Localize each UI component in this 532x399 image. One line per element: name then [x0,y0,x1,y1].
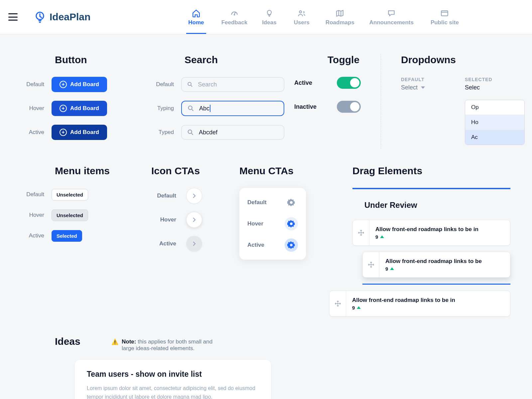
chevron-button-active[interactable] [186,236,202,252]
svg-point-6 [188,130,192,134]
drag-elements-heading: Drag Elements [352,165,510,177]
chevron-button-hover[interactable] [186,212,202,228]
dropdowns-section: Dropdowns DEFAULT Select SELECTED Selec … [381,54,525,149]
search-heading: Search [185,54,284,66]
drag-handle-icon[interactable] [353,220,369,245]
button-section: Button Default +Add Board Hover +Add Boa… [22,54,151,149]
drag-card[interactable]: Allow front-end roadmap links to be in 9 [352,220,510,246]
window-icon [440,8,449,19]
brand-name: IdeaPlan [50,11,90,23]
search-section: Search Default Typing Abc Typed Abcdef [151,54,284,149]
idea-card[interactable]: Team users - show on invite list Lorem i… [75,360,271,399]
app-header: IdeaPlan Home Feedback Ideas Users Roadm… [0,0,532,34]
dropdown-options: Op Ho Ac [465,100,525,145]
gear-icon [287,220,295,228]
search-input-typing[interactable]: Abc [181,101,284,116]
dropdown-caption-selected: SELECTED [465,77,525,82]
nav-publicsite[interactable]: Public site [421,0,468,34]
dropdown-caption-default: DEFAULT [401,77,425,82]
svg-point-5 [189,106,192,110]
svg-point-2 [300,11,302,13]
brand-logo[interactable]: IdeaPlan [34,11,90,23]
nav-ideas[interactable]: Ideas [253,0,285,34]
gear-icon [287,241,295,249]
drag-handle-icon[interactable] [363,252,379,277]
state-label-typing: Typing [151,105,181,112]
svg-rect-3 [442,11,448,16]
svg-point-4 [188,82,191,86]
drag-card-dragging[interactable]: Allow front-end roadmap links to be 9 [362,252,510,278]
upvote-icon [380,235,384,238]
dropdown-option[interactable]: Op [465,100,524,115]
warning-icon: ⚠️ [111,338,118,352]
upvote-icon [357,306,361,309]
drag-column-title: Under Review [352,200,510,210]
nav-announcements[interactable]: Announcements [361,0,421,34]
nav-home[interactable]: Home [177,0,215,34]
menu-cta-card: Default Hover Active [239,188,306,260]
gear-button-hover[interactable] [285,217,298,230]
plus-icon: + [60,81,67,88]
lightbulb-icon [34,11,46,23]
idea-card-title: Team users - show on invite list [87,370,259,379]
drag-elements-section: Drag Elements Under Review Allow front-e… [352,165,510,323]
dropdown-option-hover[interactable]: Ho [465,115,524,130]
menu-ctas-heading: Menu CTAs [239,165,352,177]
toggle-active-label: Active [294,79,312,86]
drag-card[interactable]: Allow front-end roadmap links to be in 9 [329,291,510,317]
gauge-icon [230,8,239,19]
state-label-default: Default [22,81,52,88]
chevron-right-icon [191,217,197,223]
chevron-right-icon [191,241,197,247]
map-icon [335,8,344,19]
state-label-active: Active [22,129,52,136]
search-input-default[interactable] [181,77,284,92]
add-board-button-hover[interactable]: +Add Board [52,101,107,116]
nav-feedback[interactable]: Feedback [215,0,253,34]
plus-icon: + [60,129,67,136]
menu-items-section: Menu items Default Unselected Hover Unse… [22,165,151,323]
menu-chip-active[interactable]: Selected [52,230,82,242]
idea-card-body: Lorem ipsum dolor sit amet, consectetur … [87,384,259,399]
nav-users[interactable]: Users [285,0,318,34]
ideas-heading: Ideas [55,336,111,347]
search-input-typed[interactable]: Abcdef [181,125,284,140]
toggle-inactive-label: Inactive [294,103,317,110]
menu-items-heading: Menu items [55,165,151,177]
add-board-button-active[interactable]: +Add Board [52,125,107,140]
chevron-button-default[interactable] [186,188,202,204]
toggle-off[interactable] [337,101,361,113]
menu-icon[interactable] [8,13,18,21]
drop-indicator [362,284,510,285]
toggle-on[interactable] [337,77,361,89]
state-label-hover: Hover [22,105,52,112]
drag-handle-icon[interactable] [330,291,346,316]
dropdown-option-active[interactable]: Ac [465,130,524,145]
chevron-right-icon [191,193,197,199]
button-heading: Button [55,54,151,66]
menu-chip-hover[interactable]: Unselected [52,209,88,221]
dropdowns-heading: Dropdowns [401,54,525,66]
chevron-down-icon [421,86,425,89]
search-field[interactable] [198,81,279,88]
state-label-typed: Typed [151,129,181,136]
home-icon [192,8,200,19]
add-board-button[interactable]: +Add Board [52,77,107,92]
text-cursor [210,105,210,112]
menu-chip-default[interactable]: Unselected [52,189,88,200]
icon-ctas-heading: Icon CTAs [151,165,239,177]
state-label-default: Default [151,81,181,88]
chat-icon [387,8,396,19]
toggle-section: Toggle Active Inactive [284,54,394,149]
icon-ctas-section: Icon CTAs Default Hover Active [151,165,239,323]
gear-icon [287,199,295,206]
gear-button-active[interactable] [285,238,298,252]
search-icon [187,81,193,88]
dropdown-selected[interactable]: Selec [465,84,525,91]
gear-button-default[interactable] [285,196,298,209]
nav-roadmaps[interactable]: Roadmaps [318,0,361,34]
dropdown-select[interactable]: Select [401,84,425,91]
upvote-icon [390,267,394,270]
search-icon [187,129,194,136]
users-icon [297,8,306,19]
